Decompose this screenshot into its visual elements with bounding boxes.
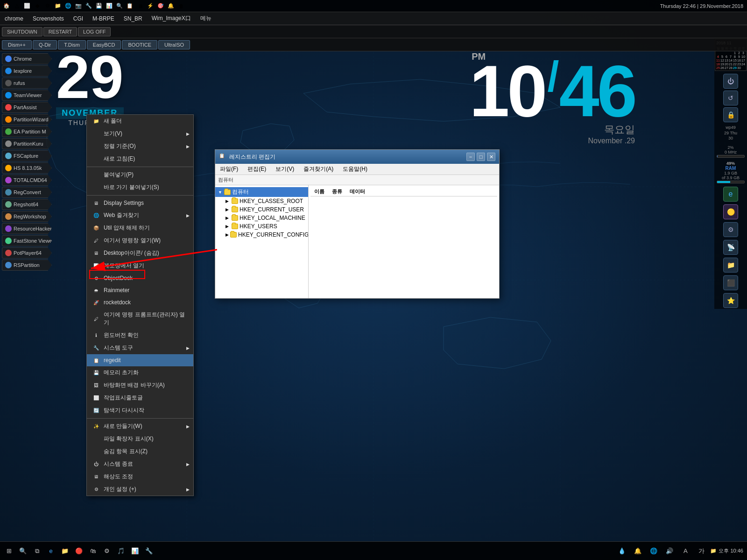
- regedit-menu-help[interactable]: 도움말(H): [338, 164, 372, 174]
- context-rocketdock[interactable]: 🚀 rocketdock: [87, 296, 193, 308]
- context-objectdock[interactable]: ⚙ ObjectDock: [87, 272, 193, 284]
- regedit-menu-file[interactable]: 파일(F): [215, 164, 243, 174]
- taskbar-icon-4[interactable]: ◆: [33, 1, 42, 11]
- regedit-tree-hkcc[interactable]: ▶ HKEY_CURRENT_CONFIG: [223, 231, 308, 239]
- sidebar-teamviewer[interactable]: TeamViewer: [2, 90, 52, 101]
- settings-icon-btn[interactable]: ⚙: [723, 222, 738, 237]
- context-paste-shortcut[interactable]: 바로 가기 붙여넣기(S): [87, 181, 193, 194]
- cortana-button[interactable]: 🔍: [16, 544, 30, 558]
- regedit-tree-computer[interactable]: ▼ 컴퓨터: [215, 187, 308, 197]
- menubar-snbr[interactable]: SN_BR: [119, 14, 147, 24]
- taskbar-icon-18[interactable]: 🗑: [176, 1, 186, 11]
- context-explorer-restart[interactable]: 🔄 탐색기 다시시작: [87, 404, 193, 417]
- taskbar-icon-2[interactable]: △: [12, 1, 21, 11]
- sidebar-faststoneviewer[interactable]: FastStone Viewer: [2, 235, 52, 246]
- taskbar-icon-extra3[interactable]: 📊: [128, 544, 142, 558]
- regedit-tree-hkcr[interactable]: ▶ HKEY_CLASSES_ROOT: [223, 197, 308, 205]
- taskview-button[interactable]: ⧉: [30, 544, 44, 558]
- taskbar-icon-12[interactable]: 🔍: [115, 1, 124, 11]
- context-new-folder[interactable]: 📁 새 폴더: [87, 115, 193, 127]
- context-resolution[interactable]: 🖥 해상도 조정: [87, 470, 193, 483]
- menubar-mbrpe[interactable]: M-BRPE: [88, 14, 119, 24]
- context-new[interactable]: ✨ 새로 만들기(W): [87, 420, 193, 433]
- network-icon-btn[interactable]: 📡: [723, 240, 738, 255]
- sidebar-iexplore[interactable]: Iexplore: [2, 65, 52, 77]
- sidebar-regconvert[interactable]: RegConvert: [2, 187, 52, 198]
- regedit-tree-hku[interactable]: ▶ HKEY_USERS: [223, 222, 308, 231]
- context-util[interactable]: 📦 Util 압재 해제 하기: [87, 222, 193, 234]
- taskbar-icon-14[interactable]: 🖥: [135, 1, 145, 11]
- regedit-minimize-button[interactable]: −: [466, 153, 475, 161]
- easybcd-button[interactable]: EasyBCD: [87, 40, 121, 49]
- taskbar-ie-icon[interactable]: e: [44, 544, 58, 558]
- menubar-menu[interactable]: 메뉴: [196, 13, 216, 24]
- menubar-wimimagex[interactable]: Wim_ImageX口: [147, 13, 196, 24]
- context-rainmeter[interactable]: 🌧 Rainmeter: [87, 284, 193, 296]
- context-notepad[interactable]: 📝 메모장에서 열기: [87, 259, 193, 272]
- context-paste[interactable]: 붙여넣기(P): [87, 168, 193, 181]
- context-system-tools[interactable]: 🔧 시스템 도구: [87, 342, 193, 354]
- menubar-cgi[interactable]: CGI: [69, 14, 88, 24]
- refresh-button[interactable]: ↺: [723, 91, 738, 105]
- shutdown-button[interactable]: SHUTDOWN: [2, 27, 42, 36]
- sidebar-totalcmd[interactable]: TOTALCMD64: [2, 175, 52, 186]
- taskbar-icon-6[interactable]: 📁: [53, 1, 63, 11]
- regedit-close-button[interactable]: ✕: [487, 153, 495, 161]
- taskbar-icon-3[interactable]: ⬜: [22, 1, 32, 11]
- taskbar-icon-extra1[interactable]: ⚙: [100, 544, 114, 558]
- taskbar-icon-extra4[interactable]: 🔧: [142, 544, 156, 558]
- context-web-favorites[interactable]: 🌐 Web 즐겨찾기: [87, 209, 193, 222]
- context-view[interactable]: 보기(V): [87, 127, 193, 140]
- sidebar-regworkshop[interactable]: RegWorkshop: [2, 211, 52, 222]
- regedit-tree-hklm[interactable]: ▶ HKEY_LOCAL_MACHINE: [223, 214, 308, 222]
- taskbar-icon-17[interactable]: 🔔: [166, 1, 176, 11]
- context-show-hidden[interactable]: 숨김 항목 표시(Z): [87, 445, 193, 458]
- taskbar-clock[interactable]: 오후 10:46: [719, 548, 743, 554]
- sidebar-partitionwizard[interactable]: PartitionWizard: [2, 114, 52, 125]
- menubar-screenshots[interactable]: Screenshots: [28, 14, 69, 24]
- taskbar-store-icon[interactable]: 🛍: [86, 544, 100, 558]
- dism-button[interactable]: Dism++: [2, 40, 32, 49]
- menubar-chrome[interactable]: chrome: [0, 14, 28, 24]
- taskbar-icon-5[interactable]: ⚙: [43, 1, 52, 11]
- regedit-maximize-button[interactable]: □: [477, 153, 485, 161]
- start-button[interactable]: ⊞: [2, 544, 16, 558]
- tray-network[interactable]: 🌐: [647, 544, 661, 558]
- bootice-button[interactable]: BOOTICE: [122, 40, 157, 49]
- terminal-icon-btn[interactable]: ⬛: [723, 275, 738, 290]
- taskbar-icon-1[interactable]: 🏠: [2, 1, 11, 11]
- tray-icon-2[interactable]: 🔔: [631, 544, 645, 558]
- regedit-menu-favorites[interactable]: 즐겨찾기(A): [299, 164, 338, 174]
- sidebar-rufus[interactable]: rufus: [2, 77, 52, 89]
- sidebar-chrome[interactable]: Chrome: [2, 53, 52, 64]
- chrome-icon-btn[interactable]: 🟡: [723, 204, 738, 219]
- sidebar-eapartition[interactable]: EA Partition M: [2, 126, 52, 137]
- folder-icon-btn[interactable]: 📁: [723, 258, 738, 273]
- tray-ime[interactable]: 가: [694, 544, 708, 558]
- context-desktop-icon1[interactable]: 🖥 Desktop아이콘/ (숨김): [87, 247, 193, 259]
- logoff-button[interactable]: LOG OFF: [78, 27, 111, 36]
- taskbar-icon-16[interactable]: 🎯: [156, 1, 165, 11]
- taskbar-icon-10[interactable]: 💾: [94, 1, 104, 11]
- sidebar-partassist[interactable]: PartAssist: [2, 102, 52, 113]
- taskbar-icon-extra2[interactable]: 🎵: [114, 544, 128, 558]
- context-memory-clear[interactable]: 💾 메모리 초기화: [87, 366, 193, 379]
- ultraiso-button[interactable]: UltraISO: [158, 40, 190, 49]
- sidebar-partitionkuru[interactable]: PartitionKuru: [2, 138, 52, 149]
- context-taskbar-toggle[interactable]: ⬜ 작업표시줄토글: [87, 392, 193, 404]
- tray-lang[interactable]: A: [678, 544, 692, 558]
- taskbar-icon-13[interactable]: 📋: [125, 1, 134, 11]
- power-button[interactable]: ⏻: [723, 74, 738, 89]
- taskbar-icon-9[interactable]: 🔧: [84, 1, 93, 11]
- restart-button[interactable]: RESTART: [43, 27, 77, 36]
- context-regedit[interactable]: 📋 regedit: [87, 354, 193, 366]
- context-sort[interactable]: 정렬 기준(O): [87, 140, 193, 153]
- qdir-button[interactable]: Q-Dir: [33, 40, 57, 49]
- tdism-button[interactable]: T.Dism: [58, 40, 86, 49]
- regedit-menu-view[interactable]: 보기(V): [271, 164, 299, 174]
- sidebar-resourcehacker[interactable]: ResourceHacker: [2, 223, 52, 234]
- context-cmd[interactable]: 🖊 여기서 명령창 열기(W): [87, 234, 193, 247]
- taskbar-icon-8[interactable]: 📷: [74, 1, 83, 11]
- context-cmd-admin[interactable]: 🖊 여기에 명령 프롬프트(관리자) 열기: [87, 308, 193, 329]
- sidebar-hs[interactable]: HS 8.13.05k: [2, 162, 52, 174]
